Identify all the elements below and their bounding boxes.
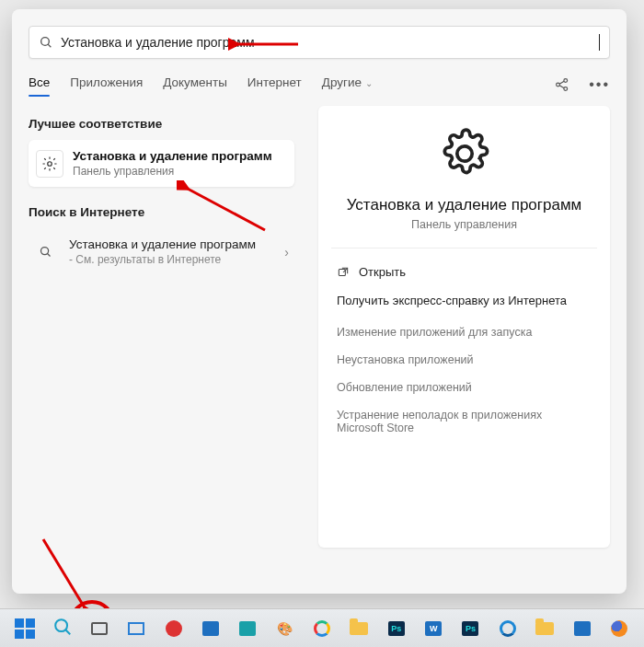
svg-point-8: [40, 248, 48, 255]
help-link[interactable]: Обновление приложений: [337, 374, 592, 401]
help-link[interactable]: Изменение приложений для запуска: [337, 318, 592, 346]
svg-point-4: [564, 87, 568, 90]
svg-line-6: [559, 85, 564, 87]
help-link[interactable]: Устранение неполадок в приложениях Micro…: [337, 401, 592, 442]
taskbar-search-button[interactable]: [52, 618, 72, 640]
help-heading: Получить экспресс-справку из Интернета: [337, 294, 592, 307]
taskbar-app-icon[interactable]: [126, 618, 146, 640]
start-search-panel: Все Приложения Документы Интернет Другие…: [12, 9, 627, 594]
detail-subtitle: Панель управления: [337, 218, 592, 231]
best-match-title: Установка и удаление программ: [73, 149, 272, 163]
start-button[interactable]: [15, 618, 35, 640]
chevron-right-icon: ›: [284, 245, 289, 260]
taskbar-app-icon[interactable]: Ps: [460, 618, 480, 640]
open-icon: [337, 266, 350, 279]
tab-more[interactable]: Другие⌄: [322, 72, 373, 97]
search-bar-container: [12, 9, 627, 68]
web-result-subtitle: - См. результаты в Интернете: [69, 253, 256, 266]
firefox-icon[interactable]: [609, 618, 629, 640]
detail-title: Установка и удаление программ: [337, 196, 592, 214]
results-column: Лучшее соответствие Установка и удаление…: [12, 97, 302, 594]
svg-line-15: [65, 630, 70, 634]
taskbar-app-icon[interactable]: [237, 618, 258, 640]
svg-point-3: [564, 78, 568, 82]
edge-icon[interactable]: [498, 618, 518, 640]
divider: [331, 248, 597, 248]
taskbar-app-icon[interactable]: [535, 618, 555, 640]
taskbar-app-icon[interactable]: Ps: [386, 618, 407, 640]
tab-all[interactable]: Все: [29, 72, 50, 97]
taskbar: 🎨 Ps W Ps: [0, 608, 644, 647]
svg-point-2: [557, 83, 560, 87]
web-result-item[interactable]: Установка и удаление программ - См. резу…: [29, 228, 294, 275]
svg-point-7: [48, 161, 52, 166]
best-match-item[interactable]: Установка и удаление программ Панель упр…: [29, 140, 294, 187]
svg-point-0: [41, 38, 50, 46]
svg-rect-10: [339, 269, 345, 275]
search-input[interactable]: [53, 35, 601, 50]
best-match-label: Лучшее соответствие: [29, 106, 302, 140]
taskbar-app-icon[interactable]: [312, 618, 332, 640]
web-result-title: Установка и удаление программ: [69, 237, 256, 251]
taskbar-app-icon[interactable]: [201, 618, 221, 640]
svg-line-5: [559, 81, 564, 84]
gear-icon: [36, 150, 63, 178]
search-web-label: Поиск в Интернете: [29, 194, 302, 228]
taskbar-app-icon[interactable]: [571, 618, 592, 640]
detail-column: Установка и удаление программ Панель упр…: [302, 97, 627, 594]
taskbar-app-icon[interactable]: 🎨: [275, 618, 295, 640]
open-action[interactable]: Открыть: [337, 263, 592, 294]
more-options-icon[interactable]: •••: [589, 76, 610, 93]
taskbar-app-icon[interactable]: W: [423, 618, 443, 640]
help-link[interactable]: Неустановка приложений: [337, 346, 592, 374]
tab-web[interactable]: Интернет: [247, 72, 302, 97]
file-explorer-icon[interactable]: [349, 618, 369, 640]
search-icon: [39, 35, 53, 50]
text-caret: [599, 34, 600, 51]
best-match-subtitle: Панель управления: [73, 165, 272, 178]
open-label: Открыть: [359, 265, 406, 279]
svg-line-1: [48, 44, 51, 47]
tab-more-label: Другие: [322, 75, 362, 89]
detail-card: Установка и удаление программ Панель упр…: [318, 106, 610, 548]
gear-icon: [439, 128, 490, 183]
svg-point-14: [55, 619, 67, 631]
share-icon[interactable]: [554, 76, 570, 93]
task-view-button[interactable]: [89, 618, 109, 640]
tab-apps[interactable]: Приложения: [70, 72, 143, 97]
search-box[interactable]: [29, 26, 610, 59]
taskbar-app-icon[interactable]: [163, 618, 183, 640]
search-icon: [32, 245, 58, 259]
svg-line-9: [47, 254, 50, 257]
chevron-down-icon: ⌄: [365, 78, 373, 88]
tab-docs[interactable]: Документы: [163, 72, 227, 97]
filter-tabs: Все Приложения Документы Интернет Другие…: [12, 68, 627, 97]
